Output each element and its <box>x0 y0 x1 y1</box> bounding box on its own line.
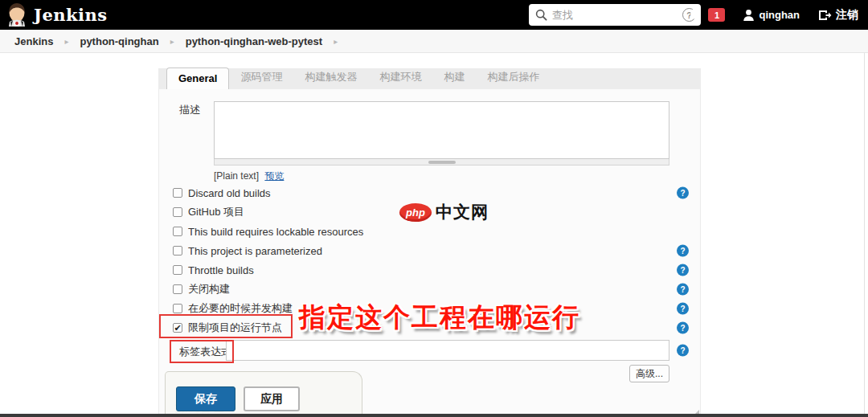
advanced-button[interactable]: 高级... <box>629 365 669 382</box>
checkbox[interactable]: ✔ <box>173 284 182 294</box>
option-discard-old-builds: ✔ Discard old builds ? <box>159 183 702 202</box>
checkbox[interactable]: ✔ <box>173 304 182 313</box>
logout-label: 注销 <box>836 8 858 22</box>
bell-icon <box>688 8 702 22</box>
config-tabs: General 源码管理 构建触发器 构建环境 构建 构建后操作 <box>158 68 701 89</box>
chevron-right-icon: ▸ <box>170 37 174 46</box>
logout-icon <box>817 9 832 22</box>
page-body: General 源码管理 构建触发器 构建环境 构建 构建后操作 描述 [Pla… <box>0 53 868 417</box>
annotation-highlight-box-node <box>159 314 293 338</box>
breadcrumb: Jenkins ▸ python-qinghan ▸ python-qingha… <box>0 30 868 53</box>
plain-text-line: [Plain text] 预览 <box>214 170 284 183</box>
breadcrumb-folder[interactable]: python-qinghan <box>80 35 158 47</box>
tab-build-triggers[interactable]: 构建触发器 <box>293 66 368 89</box>
save-bar: 保存 应用 <box>165 371 362 417</box>
help-icon[interactable]: ? <box>677 187 689 199</box>
checkbox-label[interactable]: This build requires lockable resources <box>188 226 363 238</box>
jenkins-config-page: Jenkins ? 1 qingha <box>0 0 868 417</box>
help-icon[interactable]: ? <box>677 322 689 334</box>
chevron-right-icon[interactable]: ▸ <box>334 37 338 46</box>
checkbox[interactable]: ✔ <box>173 265 182 275</box>
checkbox[interactable]: ✔ <box>173 246 182 256</box>
checkbox[interactable]: ✔ <box>173 227 182 236</box>
breadcrumb-job[interactable]: python-qinghan-web-pytest <box>186 35 322 47</box>
help-icon[interactable]: ? <box>677 345 689 357</box>
checkbox-label[interactable]: Discard old builds <box>188 187 271 199</box>
scrollbar-track[interactable] <box>864 53 865 414</box>
breadcrumb-jenkins[interactable]: Jenkins <box>14 35 53 47</box>
config-form: 描述 [Plain text] 预览 ✔ Discard old builds … <box>158 89 701 417</box>
jenkins-butler-icon <box>6 2 27 27</box>
search-input[interactable] <box>552 9 682 21</box>
notification-count-badge[interactable]: 1 <box>708 8 725 22</box>
label-expression-input[interactable] <box>226 340 669 361</box>
help-icon[interactable]: ? <box>677 284 689 296</box>
tab-post-build-actions[interactable]: 构建后操作 <box>476 66 551 89</box>
annotation-callout-text: 指定这个工程在哪运行 <box>299 300 580 336</box>
checkbox-label[interactable]: GitHub 项目 <box>188 205 244 219</box>
option-disable-build: ✔ 关闭构建 ? <box>159 280 702 299</box>
watermark-site-text: 中文网 <box>436 201 489 223</box>
textarea-resize-bar[interactable] <box>214 159 669 166</box>
label-expression-row: 标签表达式 ? <box>159 338 702 362</box>
notifications-button[interactable] <box>688 8 702 22</box>
description-label: 描述 <box>179 103 200 117</box>
user-menu[interactable]: qinghan <box>743 9 800 22</box>
php-logo-icon: php <box>399 203 432 222</box>
tab-build-environment[interactable]: 构建环境 <box>368 66 432 89</box>
option-lockable-resources: ✔ This build requires lockable resources <box>159 222 702 241</box>
option-parameterized: ✔ This project is parameterized ? <box>159 241 702 260</box>
apply-button[interactable]: 应用 <box>244 386 300 411</box>
plain-text-label: [Plain text] <box>214 170 259 182</box>
brand-title[interactable]: Jenkins <box>34 5 108 25</box>
search-icon <box>535 9 547 21</box>
checkbox-label[interactable]: Throttle builds <box>188 264 254 276</box>
help-icon[interactable]: ? <box>677 264 689 276</box>
top-bar: Jenkins ? 1 qingha <box>0 0 868 30</box>
logout-button[interactable]: 注销 <box>817 8 858 22</box>
window-bottom-edge <box>0 414 868 417</box>
tab-build[interactable]: 构建 <box>432 66 476 89</box>
help-icon[interactable]: ? <box>677 303 689 315</box>
description-textarea[interactable] <box>214 101 669 159</box>
drag-grip-icon <box>428 161 456 164</box>
search-box[interactable]: ? <box>529 4 701 26</box>
help-icon[interactable]: ? <box>677 245 689 257</box>
username-label: qinghan <box>759 9 800 21</box>
annotation-highlight-box-label <box>170 340 234 363</box>
save-button[interactable]: 保存 <box>176 386 235 411</box>
checkbox[interactable]: ✔ <box>173 207 182 217</box>
php-cn-watermark: php 中文网 <box>399 201 489 223</box>
checkbox[interactable]: ✔ <box>173 188 182 198</box>
chevron-right-icon: ▸ <box>64 37 68 46</box>
option-throttle-builds: ✔ Throttle builds ? <box>159 260 702 280</box>
jenkins-home-link[interactable]: Jenkins <box>0 2 108 27</box>
user-icon <box>743 9 755 22</box>
preview-link[interactable]: 预览 <box>264 170 284 182</box>
top-bar-right: 1 qinghan 注销 <box>677 0 868 30</box>
checkbox-label[interactable]: 关闭构建 <box>188 282 230 296</box>
tab-source-code-management[interactable]: 源码管理 <box>229 66 293 89</box>
tab-general[interactable]: General <box>166 67 229 90</box>
checkbox-label[interactable]: This project is parameterized <box>188 245 322 257</box>
